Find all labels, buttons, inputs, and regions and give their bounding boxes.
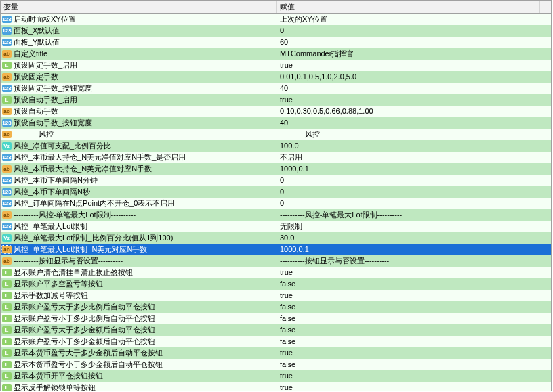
property-row[interactable]: 123风控_单笔最大Lot限制无限制 (1, 221, 551, 232)
variable-name: 显示账户盈亏小于多少金额后自动平仓按钮 (14, 336, 155, 347)
value-cell[interactable]: 1000,0.1 (277, 163, 551, 175)
value-cell[interactable]: 30.0 (277, 232, 551, 244)
value-cell[interactable]: true (277, 60, 551, 71)
column-header-variable[interactable]: 变量 (1, 1, 277, 13)
variable-name: 显示手数加减号等按钮 (14, 290, 88, 301)
variable-name: ----------风控-单笔最大Lot限制---------- (14, 209, 136, 221)
property-row[interactable]: ab自定义titleMTCommander指挥官 (1, 48, 551, 60)
variable-name: 显示本货币开平仓按钮按钮 (14, 370, 103, 382)
value-cell[interactable]: true (277, 290, 551, 301)
value-cell[interactable]: 上次的XY位置 (277, 14, 551, 25)
type-icon: ab (2, 73, 12, 81)
value-cell[interactable]: 无限制 (277, 221, 551, 232)
value-cell[interactable]: ----------风控-单笔最大Lot限制---------- (277, 209, 551, 221)
variable-name: 风控_单笔最大Lot限制_N美元对应N手数 (14, 244, 147, 255)
value-cell[interactable]: 100.0 (277, 140, 551, 152)
property-row[interactable]: 123预设固定手数_按钮宽度40 (1, 83, 551, 94)
value-cell[interactable]: true (277, 94, 551, 106)
property-row[interactable]: Vz风控_净值可支配_比例百分比100.0 (1, 140, 551, 152)
header-scroll-corner (539, 1, 551, 13)
property-row[interactable]: ab----------风控-单笔最大Lot限制----------------… (1, 209, 551, 221)
property-row[interactable]: L显示本货币盈亏小于多少金额后自动平仓按钮false (1, 359, 551, 370)
variable-name: 显示反手解锁锁单等按钮 (14, 382, 96, 391)
value-cell[interactable]: ----------风控---------- (277, 129, 551, 140)
property-row[interactable]: ab----------风控--------------------风控----… (1, 129, 551, 140)
value-cell[interactable]: 40 (277, 83, 551, 94)
variable-cell: 123风控_本币下单间隔N分钟 (1, 175, 277, 186)
column-header-value[interactable]: 赋值 (277, 1, 551, 13)
type-icon: 123 (2, 27, 12, 35)
property-row[interactable]: L显示账户盈亏小于多少比例后自动平仓按钮false (1, 313, 551, 324)
property-row[interactable]: 123面板_X默认值0 (1, 25, 551, 37)
property-row[interactable]: 123面板_Y默认值60 (1, 37, 551, 48)
value-cell[interactable]: false (277, 301, 551, 313)
variable-name: 风控_本币下单间隔N秒 (14, 186, 90, 198)
property-row[interactable]: L预设固定手数_启用true (1, 60, 551, 71)
property-row[interactable]: ab----------按钮显示与否设置--------------------… (1, 255, 551, 267)
property-row[interactable]: L显示账户平多空盈亏等按钮false (1, 278, 551, 290)
variable-name: 预设自动手数_按钮宽度 (14, 117, 92, 129)
variable-name: 自定义title (14, 48, 47, 60)
property-row[interactable]: ab风控_单笔最大Lot限制_N美元对应N手数1000,0.1 (1, 244, 551, 255)
value-cell[interactable]: 0.01,0.1,0.5,1.0,2.0,5.0 (277, 71, 551, 83)
variable-name: 显示本货币盈亏大于多少金额后自动平仓按钮 (14, 347, 163, 359)
value-cell[interactable]: true (277, 370, 551, 382)
variable-cell: L显示本货币盈亏大于多少金额后自动平仓按钮 (1, 347, 277, 359)
property-row[interactable]: L显示账户盈亏大于多少金额后自动平仓按钮false (1, 324, 551, 336)
value-cell[interactable]: true (277, 267, 551, 278)
property-row[interactable]: L显示本货币开平仓按钮按钮true (1, 370, 551, 382)
variable-cell: ab----------风控-单笔最大Lot限制---------- (1, 209, 277, 221)
variable-cell: L显示本货币开平仓按钮按钮 (1, 370, 277, 382)
property-row[interactable]: 123风控_订单间隔在N点Point内不开仓_0表示不启用0 (1, 198, 551, 209)
type-icon: 123 (2, 200, 12, 207)
variable-name: 显示账户盈亏大于多少比例后自动平仓按钮 (14, 301, 155, 313)
property-row[interactable]: 123启动时面板XY位置上次的XY位置 (1, 14, 551, 25)
type-icon: L (2, 315, 12, 322)
value-cell[interactable]: 0 (277, 186, 551, 198)
property-row[interactable]: L预设自动手数_启用true (1, 94, 551, 106)
value-cell[interactable]: 1000,0.1 (277, 244, 551, 255)
variable-cell: ab----------按钮显示与否设置---------- (1, 255, 277, 267)
type-icon: 123 (2, 39, 12, 46)
value-cell[interactable]: MTCommander指挥官 (277, 48, 551, 60)
variable-name: ----------按钮显示与否设置---------- (14, 255, 123, 267)
property-row[interactable]: 123风控_本币下单间隔N分钟0 (1, 175, 551, 186)
value-cell[interactable]: ----------按钮显示与否设置---------- (277, 255, 551, 267)
property-row[interactable]: L显示账户清仓清挂单清止损止盈按钮true (1, 267, 551, 278)
value-cell[interactable]: 0.10,0.30,0.5,0.66,0.88,1.00 (277, 106, 551, 117)
type-icon: 123 (2, 154, 12, 161)
type-icon: Vz (2, 234, 12, 242)
property-row[interactable]: L显示账户盈亏小于多少金额后自动平仓按钮false (1, 336, 551, 347)
property-row[interactable]: ab预设固定手数0.01,0.1,0.5,1.0,2.0,5.0 (1, 71, 551, 83)
property-row[interactable]: L显示手数加减号等按钮true (1, 290, 551, 301)
type-icon: L (2, 361, 12, 368)
value-cell[interactable]: true (277, 382, 551, 391)
value-cell[interactable]: false (277, 324, 551, 336)
variable-cell: 123启动时面板XY位置 (1, 14, 277, 25)
value-cell[interactable]: true (277, 347, 551, 359)
value-cell[interactable]: 60 (277, 37, 551, 48)
type-icon: L (2, 292, 12, 299)
value-cell[interactable]: 0 (277, 175, 551, 186)
property-row[interactable]: ab风控_本币最大持仓_N美元净值对应N手数1000,0.1 (1, 163, 551, 175)
value-cell[interactable]: 0 (277, 198, 551, 209)
property-row[interactable]: ab预设自动手数0.10,0.30,0.5,0.66,0.88,1.00 (1, 106, 551, 117)
value-cell[interactable]: false (277, 336, 551, 347)
type-icon: L (2, 384, 12, 391)
variable-cell: 123风控_单笔最大Lot限制 (1, 221, 277, 232)
value-cell[interactable]: 40 (277, 117, 551, 129)
property-row[interactable]: L显示账户盈亏大于多少比例后自动平仓按钮false (1, 301, 551, 313)
value-cell[interactable]: false (277, 278, 551, 290)
value-cell[interactable]: false (277, 313, 551, 324)
property-row[interactable]: 123预设自动手数_按钮宽度40 (1, 117, 551, 129)
type-icon: ab (2, 108, 12, 115)
property-row[interactable]: 123风控_本币最大持仓_N美元净值对应N手数_是否启用不启用 (1, 152, 551, 163)
value-cell[interactable]: false (277, 359, 551, 370)
value-cell[interactable]: 0 (277, 25, 551, 37)
value-cell[interactable]: 不启用 (277, 152, 551, 163)
property-row[interactable]: Vz风控_单笔最大Lot限制_比例百分比(值从1到100)30.0 (1, 232, 551, 244)
property-row[interactable]: L显示反手解锁锁单等按钮true (1, 382, 551, 391)
type-icon: ab (2, 50, 12, 58)
property-row[interactable]: L显示本货币盈亏大于多少金额后自动平仓按钮true (1, 347, 551, 359)
property-row[interactable]: 123风控_本币下单间隔N秒0 (1, 186, 551, 198)
